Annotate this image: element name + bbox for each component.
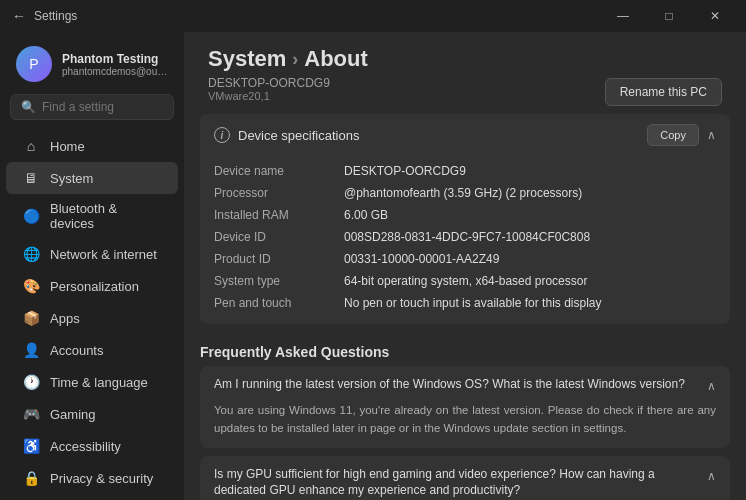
search-box[interactable]: 🔍 bbox=[10, 94, 174, 120]
breadcrumb: System › About bbox=[208, 46, 722, 72]
system-icon: 🖥 bbox=[22, 169, 40, 187]
breadcrumb-separator: › bbox=[292, 49, 298, 70]
maximize-button[interactable]: □ bbox=[646, 0, 692, 32]
spec-value: 00331-10000-00001-AA2Z49 bbox=[344, 252, 716, 266]
minimize-button[interactable]: — bbox=[600, 0, 646, 32]
spec-row: Product ID 00331-10000-00001-AA2Z49 bbox=[214, 248, 716, 270]
sidebar: P Phantom Testing phantomcdemos@outlook.… bbox=[0, 32, 184, 500]
bluetooth-icon: 🔵 bbox=[22, 207, 40, 225]
title-bar: ← Settings — □ ✕ bbox=[0, 0, 746, 32]
user-name: Phantom Testing bbox=[62, 52, 168, 66]
faq-item: Am I running the latest version of the W… bbox=[200, 366, 730, 448]
sidebar-label-accessibility: Accessibility bbox=[50, 439, 121, 454]
nav-container: ⌂ Home 🖥 System 🔵 Bluetooth & devices 🌐 … bbox=[0, 130, 184, 500]
device-specs-controls: Copy ∧ bbox=[647, 124, 716, 146]
avatar: P bbox=[16, 46, 52, 82]
sidebar-item-apps[interactable]: 📦 Apps bbox=[6, 302, 178, 334]
sidebar-label-network: Network & internet bbox=[50, 247, 157, 262]
pc-name: DESKTOP-OORCDG9 bbox=[208, 76, 330, 90]
device-specs-title: Device specifications bbox=[238, 128, 359, 143]
time-icon: 🕐 bbox=[22, 373, 40, 391]
spec-value: DESKTOP-OORCDG9 bbox=[344, 164, 716, 178]
copy-button[interactable]: Copy bbox=[647, 124, 699, 146]
spec-value: 6.00 GB bbox=[344, 208, 716, 222]
sidebar-label-personalization: Personalization bbox=[50, 279, 139, 294]
faq-item: Is my GPU sufficient for high end gaming… bbox=[200, 456, 730, 500]
collapse-icon[interactable]: ∧ bbox=[707, 128, 716, 142]
user-email: phantomcdemos@outlook.com bbox=[62, 66, 168, 77]
spec-label: Product ID bbox=[214, 252, 344, 266]
faq-question-text-0: Am I running the latest version of the W… bbox=[214, 376, 685, 393]
vm-info: VMware20,1 bbox=[208, 90, 330, 102]
faq-header: Frequently Asked Questions bbox=[184, 336, 746, 366]
search-icon: 🔍 bbox=[21, 100, 36, 114]
breadcrumb-current: About bbox=[304, 46, 368, 72]
faq-chevron-0[interactable]: ∧ bbox=[707, 378, 716, 395]
close-button[interactable]: ✕ bbox=[692, 0, 738, 32]
spec-row: Processor @phantomofearth (3.59 GHz) (2 … bbox=[214, 182, 716, 204]
spec-row: Installed RAM 6.00 GB bbox=[214, 204, 716, 226]
window-controls: — □ ✕ bbox=[600, 0, 738, 32]
breadcrumb-parent: System bbox=[208, 46, 286, 72]
sidebar-label-system: System bbox=[50, 171, 93, 186]
sidebar-item-bluetooth[interactable]: 🔵 Bluetooth & devices bbox=[6, 194, 178, 238]
search-input[interactable] bbox=[42, 100, 184, 114]
spec-label: Device name bbox=[214, 164, 344, 178]
sidebar-item-home[interactable]: ⌂ Home bbox=[6, 130, 178, 162]
personalization-icon: 🎨 bbox=[22, 277, 40, 295]
privacy-icon: 🔒 bbox=[22, 469, 40, 487]
sidebar-item-network[interactable]: 🌐 Network & internet bbox=[6, 238, 178, 270]
sidebar-label-time: Time & language bbox=[50, 375, 148, 390]
sidebar-label-accounts: Accounts bbox=[50, 343, 103, 358]
sidebar-label-home: Home bbox=[50, 139, 85, 154]
apps-icon: 📦 bbox=[22, 309, 40, 327]
faq-question-0[interactable]: Am I running the latest version of the W… bbox=[200, 366, 730, 401]
sidebar-label-apps: Apps bbox=[50, 311, 80, 326]
accounts-icon: 👤 bbox=[22, 341, 40, 359]
spec-value: No pen or touch input is available for t… bbox=[344, 296, 716, 310]
network-icon: 🌐 bbox=[22, 245, 40, 263]
spec-value: 64-bit operating system, x64-based proce… bbox=[344, 274, 716, 288]
content-header: System › About DESKTOP-OORCDG9 VMware20,… bbox=[184, 32, 746, 114]
sidebar-item-system[interactable]: 🖥 System bbox=[6, 162, 178, 194]
rename-pc-button[interactable]: Rename this PC bbox=[605, 78, 722, 106]
spec-label: Device ID bbox=[214, 230, 344, 244]
sidebar-item-gaming[interactable]: 🎮 Gaming bbox=[6, 398, 178, 430]
accessibility-icon: ♿ bbox=[22, 437, 40, 455]
spec-value: @phantomofearth (3.59 GHz) (2 processors… bbox=[344, 186, 716, 200]
sidebar-item-update[interactable]: 🔄 Windows Update bbox=[6, 494, 178, 500]
app-title: Settings bbox=[34, 9, 77, 23]
back-icon[interactable]: ← bbox=[12, 8, 26, 24]
user-profile[interactable]: P Phantom Testing phantomcdemos@outlook.… bbox=[0, 40, 184, 94]
sidebar-label-bluetooth: Bluetooth & devices bbox=[50, 201, 162, 231]
spec-row: Pen and touch No pen or touch input is a… bbox=[214, 292, 716, 314]
sidebar-item-accounts[interactable]: 👤 Accounts bbox=[6, 334, 178, 366]
spec-table: Device name DESKTOP-OORCDG9 Processor @p… bbox=[200, 156, 730, 324]
device-specs-header: i Device specifications Copy ∧ bbox=[200, 114, 730, 156]
sidebar-item-personalization[interactable]: 🎨 Personalization bbox=[6, 270, 178, 302]
device-specs-title-group: i Device specifications bbox=[214, 127, 359, 143]
faq-question-text-1: Is my GPU sufficient for high end gaming… bbox=[214, 466, 699, 500]
faq-container: Am I running the latest version of the W… bbox=[184, 366, 746, 500]
sidebar-label-privacy: Privacy & security bbox=[50, 471, 153, 486]
home-icon: ⌂ bbox=[22, 137, 40, 155]
info-icon: i bbox=[214, 127, 230, 143]
spec-row: Device ID 008SD288-0831-4DDC-9FC7-10084C… bbox=[214, 226, 716, 248]
spec-label: Processor bbox=[214, 186, 344, 200]
sidebar-item-privacy[interactable]: 🔒 Privacy & security bbox=[6, 462, 178, 494]
app-body: P Phantom Testing phantomcdemos@outlook.… bbox=[0, 32, 746, 500]
faq-answer-0: You are using Windows 11, you're already… bbox=[200, 401, 730, 448]
title-bar-left: ← Settings bbox=[12, 8, 77, 24]
spec-label: System type bbox=[214, 274, 344, 288]
faq-chevron-1[interactable]: ∧ bbox=[707, 468, 716, 485]
sidebar-item-time[interactable]: 🕐 Time & language bbox=[6, 366, 178, 398]
device-specs-section: i Device specifications Copy ∧ Device na… bbox=[200, 114, 730, 324]
spec-row: System type 64-bit operating system, x64… bbox=[214, 270, 716, 292]
user-info: Phantom Testing phantomcdemos@outlook.co… bbox=[62, 52, 168, 77]
spec-label: Pen and touch bbox=[214, 296, 344, 310]
sidebar-item-accessibility[interactable]: ♿ Accessibility bbox=[6, 430, 178, 462]
spec-row: Device name DESKTOP-OORCDG9 bbox=[214, 160, 716, 182]
sidebar-label-gaming: Gaming bbox=[50, 407, 96, 422]
spec-value: 008SD288-0831-4DDC-9FC7-10084CF0C808 bbox=[344, 230, 716, 244]
faq-question-1[interactable]: Is my GPU sufficient for high end gaming… bbox=[200, 456, 730, 500]
